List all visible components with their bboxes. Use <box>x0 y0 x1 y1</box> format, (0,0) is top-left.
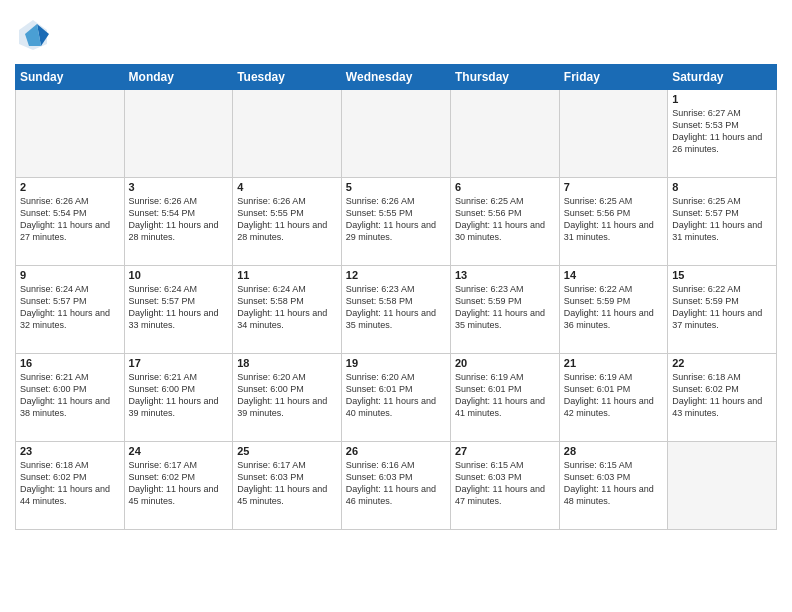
day-info: Sunrise: 6:19 AM Sunset: 6:01 PM Dayligh… <box>455 371 555 420</box>
day-info: Sunrise: 6:26 AM Sunset: 5:55 PM Dayligh… <box>237 195 337 244</box>
calendar-cell: 17Sunrise: 6:21 AM Sunset: 6:00 PM Dayli… <box>124 354 233 442</box>
calendar-cell: 28Sunrise: 6:15 AM Sunset: 6:03 PM Dayli… <box>559 442 667 530</box>
calendar-cell: 25Sunrise: 6:17 AM Sunset: 6:03 PM Dayli… <box>233 442 342 530</box>
calendar-cell <box>341 90 450 178</box>
day-info: Sunrise: 6:21 AM Sunset: 6:00 PM Dayligh… <box>20 371 120 420</box>
calendar-cell <box>559 90 667 178</box>
calendar-cell: 26Sunrise: 6:16 AM Sunset: 6:03 PM Dayli… <box>341 442 450 530</box>
day-info: Sunrise: 6:25 AM Sunset: 5:57 PM Dayligh… <box>672 195 772 244</box>
calendar-cell: 19Sunrise: 6:20 AM Sunset: 6:01 PM Dayli… <box>341 354 450 442</box>
day-info: Sunrise: 6:24 AM Sunset: 5:58 PM Dayligh… <box>237 283 337 332</box>
day-info: Sunrise: 6:19 AM Sunset: 6:01 PM Dayligh… <box>564 371 663 420</box>
day-info: Sunrise: 6:17 AM Sunset: 6:03 PM Dayligh… <box>237 459 337 508</box>
calendar-cell <box>16 90 125 178</box>
calendar-cell: 2Sunrise: 6:26 AM Sunset: 5:54 PM Daylig… <box>16 178 125 266</box>
day-number: 21 <box>564 357 663 369</box>
calendar-cell: 18Sunrise: 6:20 AM Sunset: 6:00 PM Dayli… <box>233 354 342 442</box>
day-number: 2 <box>20 181 120 193</box>
day-number: 11 <box>237 269 337 281</box>
day-number: 28 <box>564 445 663 457</box>
day-number: 12 <box>346 269 446 281</box>
day-info: Sunrise: 6:22 AM Sunset: 5:59 PM Dayligh… <box>564 283 663 332</box>
day-info: Sunrise: 6:26 AM Sunset: 5:54 PM Dayligh… <box>20 195 120 244</box>
logo-icon <box>15 16 51 56</box>
calendar-cell: 9Sunrise: 6:24 AM Sunset: 5:57 PM Daylig… <box>16 266 125 354</box>
day-number: 26 <box>346 445 446 457</box>
calendar-cell: 10Sunrise: 6:24 AM Sunset: 5:57 PM Dayli… <box>124 266 233 354</box>
calendar-table: SundayMondayTuesdayWednesdayThursdayFrid… <box>15 64 777 530</box>
weekday-header-saturday: Saturday <box>668 65 777 90</box>
calendar-week-4: 16Sunrise: 6:21 AM Sunset: 6:00 PM Dayli… <box>16 354 777 442</box>
day-info: Sunrise: 6:25 AM Sunset: 5:56 PM Dayligh… <box>455 195 555 244</box>
calendar-cell <box>450 90 559 178</box>
calendar-cell: 6Sunrise: 6:25 AM Sunset: 5:56 PM Daylig… <box>450 178 559 266</box>
day-info: Sunrise: 6:26 AM Sunset: 5:54 PM Dayligh… <box>129 195 229 244</box>
calendar-cell: 1Sunrise: 6:27 AM Sunset: 5:53 PM Daylig… <box>668 90 777 178</box>
calendar-cell: 23Sunrise: 6:18 AM Sunset: 6:02 PM Dayli… <box>16 442 125 530</box>
day-info: Sunrise: 6:15 AM Sunset: 6:03 PM Dayligh… <box>564 459 663 508</box>
day-number: 20 <box>455 357 555 369</box>
page-header <box>15 10 777 56</box>
calendar-cell <box>124 90 233 178</box>
calendar-cell: 15Sunrise: 6:22 AM Sunset: 5:59 PM Dayli… <box>668 266 777 354</box>
calendar-cell <box>233 90 342 178</box>
day-number: 15 <box>672 269 772 281</box>
weekday-header-friday: Friday <box>559 65 667 90</box>
calendar-cell: 3Sunrise: 6:26 AM Sunset: 5:54 PM Daylig… <box>124 178 233 266</box>
weekday-header-thursday: Thursday <box>450 65 559 90</box>
calendar-cell: 8Sunrise: 6:25 AM Sunset: 5:57 PM Daylig… <box>668 178 777 266</box>
day-number: 1 <box>672 93 772 105</box>
weekday-header-sunday: Sunday <box>16 65 125 90</box>
calendar-cell: 13Sunrise: 6:23 AM Sunset: 5:59 PM Dayli… <box>450 266 559 354</box>
day-info: Sunrise: 6:15 AM Sunset: 6:03 PM Dayligh… <box>455 459 555 508</box>
weekday-header-monday: Monday <box>124 65 233 90</box>
calendar-week-3: 9Sunrise: 6:24 AM Sunset: 5:57 PM Daylig… <box>16 266 777 354</box>
day-info: Sunrise: 6:27 AM Sunset: 5:53 PM Dayligh… <box>672 107 772 156</box>
day-info: Sunrise: 6:21 AM Sunset: 6:00 PM Dayligh… <box>129 371 229 420</box>
day-info: Sunrise: 6:16 AM Sunset: 6:03 PM Dayligh… <box>346 459 446 508</box>
calendar-cell: 21Sunrise: 6:19 AM Sunset: 6:01 PM Dayli… <box>559 354 667 442</box>
day-info: Sunrise: 6:24 AM Sunset: 5:57 PM Dayligh… <box>129 283 229 332</box>
day-number: 24 <box>129 445 229 457</box>
day-number: 17 <box>129 357 229 369</box>
calendar-week-2: 2Sunrise: 6:26 AM Sunset: 5:54 PM Daylig… <box>16 178 777 266</box>
day-info: Sunrise: 6:24 AM Sunset: 5:57 PM Dayligh… <box>20 283 120 332</box>
weekday-header-wednesday: Wednesday <box>341 65 450 90</box>
calendar-week-1: 1Sunrise: 6:27 AM Sunset: 5:53 PM Daylig… <box>16 90 777 178</box>
calendar-cell: 5Sunrise: 6:26 AM Sunset: 5:55 PM Daylig… <box>341 178 450 266</box>
day-number: 25 <box>237 445 337 457</box>
calendar-cell: 16Sunrise: 6:21 AM Sunset: 6:00 PM Dayli… <box>16 354 125 442</box>
calendar-cell: 11Sunrise: 6:24 AM Sunset: 5:58 PM Dayli… <box>233 266 342 354</box>
day-number: 13 <box>455 269 555 281</box>
calendar-cell: 24Sunrise: 6:17 AM Sunset: 6:02 PM Dayli… <box>124 442 233 530</box>
day-info: Sunrise: 6:26 AM Sunset: 5:55 PM Dayligh… <box>346 195 446 244</box>
calendar-header-row: SundayMondayTuesdayWednesdayThursdayFrid… <box>16 65 777 90</box>
calendar-cell: 12Sunrise: 6:23 AM Sunset: 5:58 PM Dayli… <box>341 266 450 354</box>
weekday-header-tuesday: Tuesday <box>233 65 342 90</box>
day-number: 19 <box>346 357 446 369</box>
day-number: 22 <box>672 357 772 369</box>
calendar-cell: 22Sunrise: 6:18 AM Sunset: 6:02 PM Dayli… <box>668 354 777 442</box>
day-number: 7 <box>564 181 663 193</box>
day-number: 14 <box>564 269 663 281</box>
day-number: 23 <box>20 445 120 457</box>
day-number: 27 <box>455 445 555 457</box>
calendar-cell: 20Sunrise: 6:19 AM Sunset: 6:01 PM Dayli… <box>450 354 559 442</box>
logo <box>15 16 55 56</box>
day-info: Sunrise: 6:25 AM Sunset: 5:56 PM Dayligh… <box>564 195 663 244</box>
day-info: Sunrise: 6:20 AM Sunset: 6:00 PM Dayligh… <box>237 371 337 420</box>
day-info: Sunrise: 6:22 AM Sunset: 5:59 PM Dayligh… <box>672 283 772 332</box>
day-number: 3 <box>129 181 229 193</box>
day-number: 10 <box>129 269 229 281</box>
calendar-week-5: 23Sunrise: 6:18 AM Sunset: 6:02 PM Dayli… <box>16 442 777 530</box>
day-info: Sunrise: 6:23 AM Sunset: 5:59 PM Dayligh… <box>455 283 555 332</box>
day-number: 8 <box>672 181 772 193</box>
day-number: 6 <box>455 181 555 193</box>
calendar-cell: 7Sunrise: 6:25 AM Sunset: 5:56 PM Daylig… <box>559 178 667 266</box>
calendar-cell: 27Sunrise: 6:15 AM Sunset: 6:03 PM Dayli… <box>450 442 559 530</box>
day-number: 5 <box>346 181 446 193</box>
day-info: Sunrise: 6:18 AM Sunset: 6:02 PM Dayligh… <box>672 371 772 420</box>
day-number: 9 <box>20 269 120 281</box>
day-info: Sunrise: 6:20 AM Sunset: 6:01 PM Dayligh… <box>346 371 446 420</box>
day-number: 4 <box>237 181 337 193</box>
